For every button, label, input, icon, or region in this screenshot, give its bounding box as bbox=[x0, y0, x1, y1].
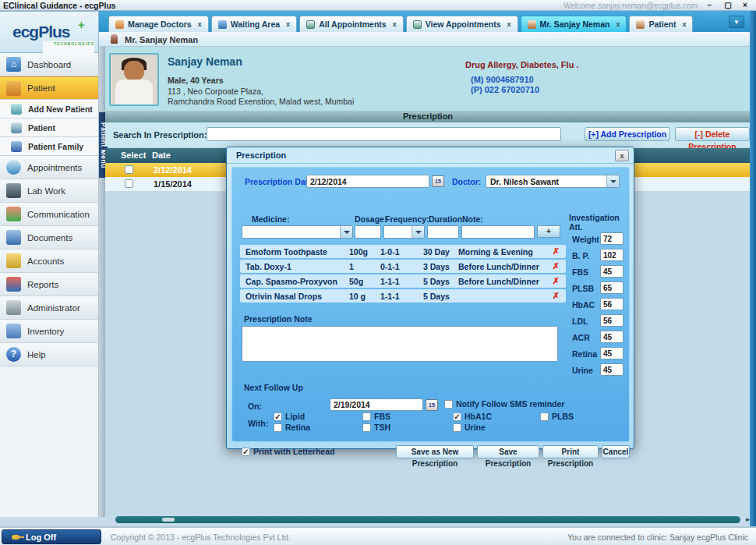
prescription-note-textarea[interactable] bbox=[242, 326, 558, 362]
sidebar-item-inventory[interactable]: Inventory bbox=[0, 320, 98, 343]
checkbox-urine[interactable]: Urine bbox=[453, 423, 486, 432]
close-icon[interactable]: × bbox=[737, 0, 753, 10]
patient-mobile: (M) 9004687910 bbox=[471, 75, 534, 84]
delete-row-icon[interactable]: ✗ bbox=[546, 246, 566, 257]
checkbox-plbs[interactable]: PLBS bbox=[540, 412, 574, 421]
medicine-select[interactable] bbox=[242, 225, 353, 239]
tab-close-icon[interactable]: x bbox=[286, 20, 290, 28]
inv-bp-input[interactable] bbox=[600, 249, 624, 261]
sidebar-item-lab-work[interactable]: Lab Work bbox=[0, 179, 98, 203]
tab-label: Mr. Sanjay Neman bbox=[540, 19, 610, 29]
letterhead-checkbox[interactable]: ✓ Print with Letterhead bbox=[242, 447, 334, 456]
tab-view-appointments[interactable]: View Appointments x bbox=[406, 16, 518, 32]
sidebar-item-patient-sub[interactable]: Patient bbox=[0, 119, 98, 137]
medicine-note: Before Lunch/Dinner bbox=[458, 262, 546, 271]
inv-fbs-input[interactable] bbox=[600, 265, 624, 278]
sidebar-item-administrator[interactable]: Administrator bbox=[0, 296, 98, 320]
doctor-select[interactable]: Dr. Nilesh Sawant bbox=[486, 175, 620, 188]
tab-close-icon[interactable]: x bbox=[198, 20, 202, 28]
save-as-new-prescription-button[interactable]: Save as New Prescription bbox=[396, 445, 474, 458]
calendar-picker-icon[interactable]: 15 bbox=[432, 175, 444, 187]
delete-prescription-button[interactable]: [-] Delete Prescription bbox=[675, 127, 750, 141]
minimize-icon[interactable]: – bbox=[701, 0, 717, 10]
checkbox-tsh[interactable]: TSH bbox=[362, 423, 390, 432]
checkbox-box[interactable]: ✓ bbox=[453, 412, 461, 421]
row-checkbox[interactable] bbox=[125, 179, 133, 188]
inv-urine-input[interactable] bbox=[600, 363, 624, 376]
frequency-select[interactable] bbox=[383, 225, 425, 239]
delete-row-icon[interactable]: ✗ bbox=[546, 291, 566, 301]
checkbox-box[interactable]: ✓ bbox=[242, 448, 250, 456]
tab-all-appointments[interactable]: All Appointments x bbox=[299, 16, 404, 32]
dosage-input[interactable] bbox=[355, 225, 381, 239]
follow-up-date-input[interactable] bbox=[330, 398, 423, 411]
checkbox-box[interactable] bbox=[274, 423, 282, 432]
checkbox-hba1c[interactable]: ✓ HbA1C bbox=[453, 412, 492, 421]
doctor-select-value: Dr. Nilesh Sawant bbox=[490, 177, 559, 186]
delete-row-icon[interactable]: ✗ bbox=[546, 276, 566, 286]
tab-manage-doctors[interactable]: Manage Doctors x bbox=[108, 16, 209, 32]
log-off-button[interactable]: Log Off bbox=[2, 529, 101, 544]
sidebar-item-documents[interactable]: Documents bbox=[0, 226, 98, 249]
search-label: Search In Prescription: bbox=[113, 130, 207, 140]
horizontal-scrollbar[interactable] bbox=[115, 516, 740, 523]
medicine-note-input[interactable] bbox=[461, 225, 535, 239]
sidebar-item-patient[interactable]: Patient bbox=[0, 76, 98, 100]
sidebar-item-reports[interactable]: Reports bbox=[0, 273, 98, 296]
tab-close-icon[interactable]: x bbox=[507, 20, 511, 28]
save-prescription-button[interactable]: Save Prescription bbox=[477, 445, 539, 458]
checkbox-box[interactable] bbox=[362, 412, 371, 421]
inv-retina-input[interactable] bbox=[600, 347, 624, 359]
row-checkbox[interactable] bbox=[125, 165, 133, 174]
sidebar-item-accounts[interactable]: Accounts bbox=[0, 249, 98, 273]
duration-input[interactable] bbox=[427, 225, 459, 239]
accounts-icon bbox=[6, 253, 21, 268]
checkbox-retina[interactable]: Retina bbox=[274, 423, 310, 432]
medicine-row: Emoform Toothpaste 100g 1-0-1 30 Day Mor… bbox=[240, 245, 566, 258]
print-prescription-button[interactable]: Print Prescription bbox=[542, 445, 599, 458]
add-prescription-button[interactable]: [+] Add Prescription bbox=[585, 127, 670, 141]
sidebar-item-patient-family[interactable]: Patient Family bbox=[0, 137, 98, 156]
row-date: 2/12/2014 bbox=[154, 165, 192, 175]
delete-row-icon[interactable]: ✗ bbox=[546, 261, 566, 271]
sidebar-item-appointments[interactable]: Appointments bbox=[0, 156, 98, 179]
tab-close-icon[interactable]: x bbox=[616, 20, 620, 28]
tab-patient-sanjay-neman[interactable]: Mr. Sanjay Neman x bbox=[521, 16, 627, 32]
add-medicine-button[interactable]: + bbox=[537, 225, 560, 238]
medicine-frequency: 1-1-1 bbox=[380, 292, 423, 301]
prescription-date-input[interactable] bbox=[306, 175, 429, 188]
search-input[interactable] bbox=[207, 127, 561, 141]
logo-plus-icon: + bbox=[78, 18, 85, 31]
checkbox-box[interactable] bbox=[540, 412, 549, 421]
tab-patient[interactable]: Patient x bbox=[629, 16, 693, 32]
sidebar-item-dashboard[interactable]: ⌂ Dashboard bbox=[0, 53, 98, 76]
checkbox-box[interactable] bbox=[444, 400, 453, 409]
dialog-close-icon[interactable]: x bbox=[615, 150, 629, 161]
maximize-icon[interactable]: ▢ bbox=[720, 0, 736, 10]
checkbox-box[interactable]: ✓ bbox=[274, 412, 282, 421]
medicine-dosage: 10 g bbox=[349, 292, 380, 301]
tab-waiting-area[interactable]: Waiting Area x bbox=[211, 16, 297, 32]
checkbox-fbs[interactable]: FBS bbox=[362, 412, 390, 421]
follow-up-on-label: On: bbox=[248, 402, 262, 411]
tab-close-icon[interactable]: x bbox=[682, 20, 686, 28]
scrollbar-thumb[interactable] bbox=[162, 518, 175, 522]
sms-reminder-checkbox[interactable]: Notify Follow SMS reminder bbox=[444, 399, 564, 409]
inv-acr-input[interactable] bbox=[600, 331, 624, 343]
inv-weight-input[interactable] bbox=[600, 232, 624, 245]
inv-plsb-input[interactable] bbox=[600, 281, 624, 294]
cancel-button[interactable]: Cancel bbox=[602, 445, 630, 458]
tab-list-dropdown-icon[interactable]: ▼ bbox=[729, 16, 744, 28]
sidebar-item-communication[interactable]: Communication bbox=[0, 203, 98, 226]
checkbox-box[interactable] bbox=[362, 423, 371, 432]
calendar-icon bbox=[306, 20, 315, 29]
checkbox-box[interactable] bbox=[453, 423, 461, 432]
checkbox-lipid[interactable]: ✓ Lipid bbox=[274, 412, 305, 421]
calendar-picker-icon[interactable]: 15 bbox=[426, 399, 438, 411]
sidebar-item-add-new-patient[interactable]: Add New Patient bbox=[0, 100, 98, 119]
inv-hbac-input[interactable] bbox=[600, 298, 624, 310]
tab-close-icon[interactable]: x bbox=[393, 20, 397, 28]
chevron-down-icon bbox=[412, 226, 424, 238]
inv-ldl-input[interactable] bbox=[600, 314, 624, 327]
sidebar-item-help[interactable]: ? Help bbox=[0, 343, 98, 366]
